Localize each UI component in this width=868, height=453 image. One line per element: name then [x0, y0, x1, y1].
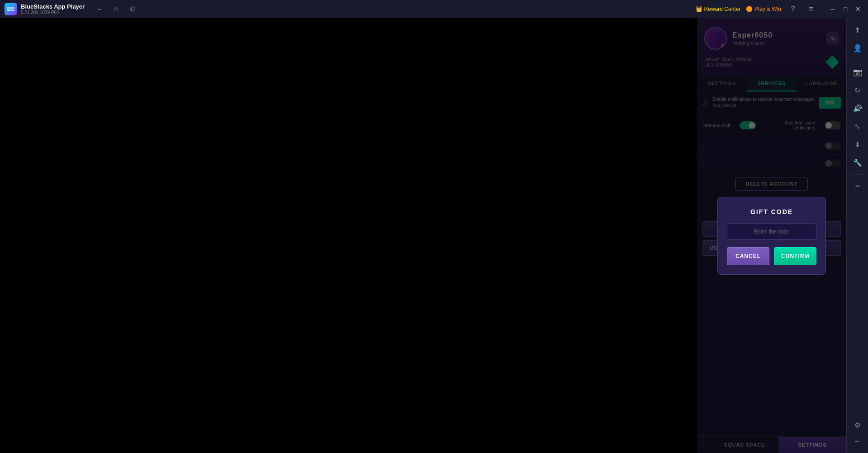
- sidebar-rotate-icon[interactable]: ↻: [849, 82, 866, 98]
- maximize-button[interactable]: □: [840, 4, 851, 14]
- dialog-buttons: CANCEL CONFIRM: [727, 247, 816, 265]
- sidebar-arrow-left-icon[interactable]: ←: [849, 433, 866, 449]
- title-bar-right: 👑 Reward Center 🟠 Play & Win ? ≡ ─ □ ✕: [696, 3, 863, 15]
- close-button[interactable]: ✕: [853, 4, 863, 14]
- play-win-icon: 🟠: [746, 6, 753, 12]
- app-title-area: BlueStacks App Player 5.21.201.1029 P64: [21, 3, 85, 15]
- sidebar-top-icon[interactable]: ⬆: [849, 22, 866, 38]
- sidebar-gear-icon[interactable]: ⚙: [849, 417, 866, 433]
- minimize-button[interactable]: ─: [827, 4, 838, 14]
- title-bar: BS BlueStacks App Player 5.21.201.1029 P…: [0, 0, 868, 18]
- app-logo: BS: [5, 3, 17, 15]
- play-win-button[interactable]: 🟠 Play & Win: [746, 6, 781, 12]
- reward-crown-icon: 👑: [696, 6, 702, 12]
- sidebar-divider-1: [851, 60, 864, 60]
- right-sidebar: ⬆ 👤 📷 ↻ 🔊 ⤡ ⬇ 🔧 ••• ⚙ ←: [846, 18, 868, 453]
- multi-button[interactable]: ⧉: [126, 3, 139, 15]
- main-area: 5 Esper6050 Nothing's here ✎ Server: Son…: [0, 18, 868, 453]
- cancel-button[interactable]: CANCEL: [727, 247, 769, 265]
- title-nav: ← ⌂ ⧉: [94, 3, 139, 15]
- menu-button[interactable]: ≡: [805, 3, 817, 15]
- app-name: BlueStacks App Player: [21, 3, 85, 10]
- sidebar-camera-icon[interactable]: 📷: [849, 64, 866, 80]
- gift-code-input[interactable]: [727, 224, 816, 240]
- sidebar-volume-icon[interactable]: 🔊: [849, 100, 866, 116]
- help-button[interactable]: ?: [787, 3, 799, 15]
- sidebar-resize-icon[interactable]: ⤡: [849, 118, 866, 134]
- sidebar-wrench-icon[interactable]: 🔧: [849, 154, 866, 171]
- dialog-overlay: GIFT CODE CANCEL CONFIRM: [697, 18, 846, 453]
- sidebar-download-icon[interactable]: ⬇: [849, 136, 866, 153]
- back-button[interactable]: ←: [94, 3, 106, 15]
- reward-center-button[interactable]: 👑 Reward Center: [696, 6, 741, 12]
- app-version: 5.21.201.1029 P64: [21, 10, 85, 15]
- sidebar-more-icon[interactable]: •••: [849, 178, 866, 195]
- home-button[interactable]: ⌂: [110, 3, 123, 15]
- gift-code-dialog: GIFT CODE CANCEL CONFIRM: [717, 197, 826, 275]
- game-panel: 5 Esper6050 Nothing's here ✎ Server: Son…: [697, 18, 846, 453]
- confirm-button[interactable]: CONFIRM: [774, 247, 816, 265]
- sidebar-divider-2: [851, 174, 864, 175]
- gift-dialog-title: GIFT CODE: [727, 208, 816, 215]
- window-controls: ─ □ ✕: [827, 4, 863, 14]
- sidebar-user-icon[interactable]: 👤: [849, 40, 866, 56]
- left-area: [0, 18, 697, 453]
- sidebar-bottom: ⚙ ←: [849, 417, 866, 449]
